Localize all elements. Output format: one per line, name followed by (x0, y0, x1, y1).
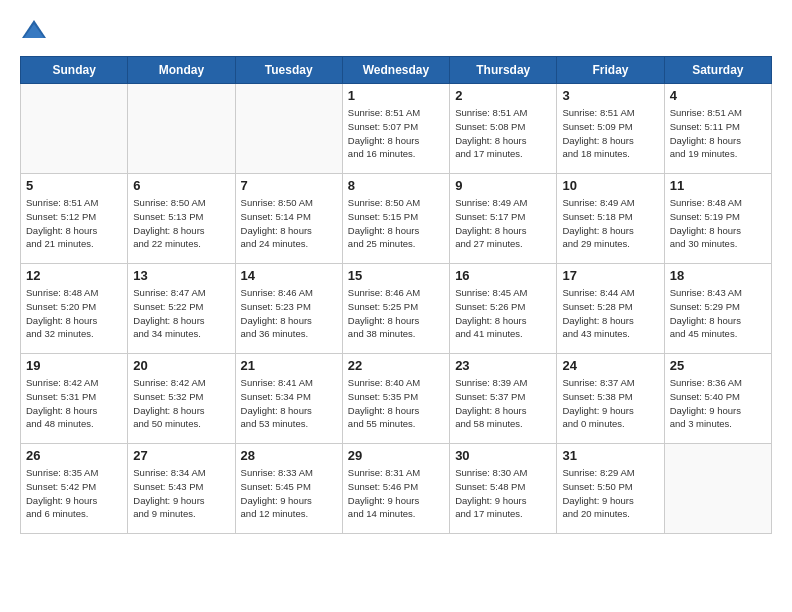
calendar-cell: 1Sunrise: 8:51 AM Sunset: 5:07 PM Daylig… (342, 84, 449, 174)
calendar-cell: 25Sunrise: 8:36 AM Sunset: 5:40 PM Dayli… (664, 354, 771, 444)
day-number: 29 (348, 448, 444, 463)
day-number: 7 (241, 178, 337, 193)
calendar-cell (128, 84, 235, 174)
cell-info: Sunrise: 8:42 AM Sunset: 5:31 PM Dayligh… (26, 376, 122, 431)
cell-info: Sunrise: 8:47 AM Sunset: 5:22 PM Dayligh… (133, 286, 229, 341)
cell-info: Sunrise: 8:49 AM Sunset: 5:18 PM Dayligh… (562, 196, 658, 251)
calendar-cell: 31Sunrise: 8:29 AM Sunset: 5:50 PM Dayli… (557, 444, 664, 534)
calendar-cell (235, 84, 342, 174)
calendar-cell: 22Sunrise: 8:40 AM Sunset: 5:35 PM Dayli… (342, 354, 449, 444)
cell-info: Sunrise: 8:29 AM Sunset: 5:50 PM Dayligh… (562, 466, 658, 521)
day-number: 9 (455, 178, 551, 193)
day-header-sunday: Sunday (21, 57, 128, 84)
cell-info: Sunrise: 8:39 AM Sunset: 5:37 PM Dayligh… (455, 376, 551, 431)
day-header-wednesday: Wednesday (342, 57, 449, 84)
day-number: 11 (670, 178, 766, 193)
calendar-cell: 12Sunrise: 8:48 AM Sunset: 5:20 PM Dayli… (21, 264, 128, 354)
calendar-cell: 4Sunrise: 8:51 AM Sunset: 5:11 PM Daylig… (664, 84, 771, 174)
day-header-thursday: Thursday (450, 57, 557, 84)
calendar-cell: 7Sunrise: 8:50 AM Sunset: 5:14 PM Daylig… (235, 174, 342, 264)
cell-info: Sunrise: 8:30 AM Sunset: 5:48 PM Dayligh… (455, 466, 551, 521)
calendar-cell: 8Sunrise: 8:50 AM Sunset: 5:15 PM Daylig… (342, 174, 449, 264)
calendar-cell: 15Sunrise: 8:46 AM Sunset: 5:25 PM Dayli… (342, 264, 449, 354)
day-number: 22 (348, 358, 444, 373)
day-number: 28 (241, 448, 337, 463)
calendar-cell: 24Sunrise: 8:37 AM Sunset: 5:38 PM Dayli… (557, 354, 664, 444)
calendar-cell: 14Sunrise: 8:46 AM Sunset: 5:23 PM Dayli… (235, 264, 342, 354)
day-number: 31 (562, 448, 658, 463)
cell-info: Sunrise: 8:49 AM Sunset: 5:17 PM Dayligh… (455, 196, 551, 251)
calendar-cell: 5Sunrise: 8:51 AM Sunset: 5:12 PM Daylig… (21, 174, 128, 264)
calendar-cell: 3Sunrise: 8:51 AM Sunset: 5:09 PM Daylig… (557, 84, 664, 174)
day-number: 5 (26, 178, 122, 193)
day-number: 2 (455, 88, 551, 103)
days-header-row: SundayMondayTuesdayWednesdayThursdayFrid… (21, 57, 772, 84)
calendar-cell: 16Sunrise: 8:45 AM Sunset: 5:26 PM Dayli… (450, 264, 557, 354)
calendar-cell: 19Sunrise: 8:42 AM Sunset: 5:31 PM Dayli… (21, 354, 128, 444)
cell-info: Sunrise: 8:51 AM Sunset: 5:11 PM Dayligh… (670, 106, 766, 161)
calendar-cell: 20Sunrise: 8:42 AM Sunset: 5:32 PM Dayli… (128, 354, 235, 444)
day-number: 14 (241, 268, 337, 283)
cell-info: Sunrise: 8:44 AM Sunset: 5:28 PM Dayligh… (562, 286, 658, 341)
calendar-table: SundayMondayTuesdayWednesdayThursdayFrid… (20, 56, 772, 534)
calendar-header: SundayMondayTuesdayWednesdayThursdayFrid… (21, 57, 772, 84)
calendar-week-row: 26Sunrise: 8:35 AM Sunset: 5:42 PM Dayli… (21, 444, 772, 534)
cell-info: Sunrise: 8:51 AM Sunset: 5:12 PM Dayligh… (26, 196, 122, 251)
calendar-cell: 18Sunrise: 8:43 AM Sunset: 5:29 PM Dayli… (664, 264, 771, 354)
cell-info: Sunrise: 8:46 AM Sunset: 5:25 PM Dayligh… (348, 286, 444, 341)
calendar-cell: 6Sunrise: 8:50 AM Sunset: 5:13 PM Daylig… (128, 174, 235, 264)
calendar-body: 1Sunrise: 8:51 AM Sunset: 5:07 PM Daylig… (21, 84, 772, 534)
day-number: 16 (455, 268, 551, 283)
day-header-friday: Friday (557, 57, 664, 84)
calendar-cell: 21Sunrise: 8:41 AM Sunset: 5:34 PM Dayli… (235, 354, 342, 444)
cell-info: Sunrise: 8:51 AM Sunset: 5:07 PM Dayligh… (348, 106, 444, 161)
cell-info: Sunrise: 8:31 AM Sunset: 5:46 PM Dayligh… (348, 466, 444, 521)
cell-info: Sunrise: 8:34 AM Sunset: 5:43 PM Dayligh… (133, 466, 229, 521)
cell-info: Sunrise: 8:45 AM Sunset: 5:26 PM Dayligh… (455, 286, 551, 341)
day-number: 12 (26, 268, 122, 283)
calendar-cell: 17Sunrise: 8:44 AM Sunset: 5:28 PM Dayli… (557, 264, 664, 354)
day-number: 17 (562, 268, 658, 283)
cell-info: Sunrise: 8:50 AM Sunset: 5:15 PM Dayligh… (348, 196, 444, 251)
calendar-cell (21, 84, 128, 174)
day-number: 10 (562, 178, 658, 193)
calendar-week-row: 1Sunrise: 8:51 AM Sunset: 5:07 PM Daylig… (21, 84, 772, 174)
day-number: 23 (455, 358, 551, 373)
calendar-cell: 9Sunrise: 8:49 AM Sunset: 5:17 PM Daylig… (450, 174, 557, 264)
day-header-monday: Monday (128, 57, 235, 84)
calendar-week-row: 5Sunrise: 8:51 AM Sunset: 5:12 PM Daylig… (21, 174, 772, 264)
cell-info: Sunrise: 8:48 AM Sunset: 5:19 PM Dayligh… (670, 196, 766, 251)
calendar-cell: 23Sunrise: 8:39 AM Sunset: 5:37 PM Dayli… (450, 354, 557, 444)
logo (20, 16, 52, 44)
cell-info: Sunrise: 8:51 AM Sunset: 5:09 PM Dayligh… (562, 106, 658, 161)
cell-info: Sunrise: 8:37 AM Sunset: 5:38 PM Dayligh… (562, 376, 658, 431)
day-number: 6 (133, 178, 229, 193)
calendar-cell: 28Sunrise: 8:33 AM Sunset: 5:45 PM Dayli… (235, 444, 342, 534)
calendar-week-row: 19Sunrise: 8:42 AM Sunset: 5:31 PM Dayli… (21, 354, 772, 444)
day-number: 18 (670, 268, 766, 283)
cell-info: Sunrise: 8:51 AM Sunset: 5:08 PM Dayligh… (455, 106, 551, 161)
calendar-week-row: 12Sunrise: 8:48 AM Sunset: 5:20 PM Dayli… (21, 264, 772, 354)
day-number: 26 (26, 448, 122, 463)
day-number: 20 (133, 358, 229, 373)
day-number: 15 (348, 268, 444, 283)
day-number: 8 (348, 178, 444, 193)
cell-info: Sunrise: 8:36 AM Sunset: 5:40 PM Dayligh… (670, 376, 766, 431)
cell-info: Sunrise: 8:40 AM Sunset: 5:35 PM Dayligh… (348, 376, 444, 431)
logo-icon (20, 16, 48, 44)
day-number: 21 (241, 358, 337, 373)
calendar-cell: 13Sunrise: 8:47 AM Sunset: 5:22 PM Dayli… (128, 264, 235, 354)
cell-info: Sunrise: 8:42 AM Sunset: 5:32 PM Dayligh… (133, 376, 229, 431)
calendar-cell: 10Sunrise: 8:49 AM Sunset: 5:18 PM Dayli… (557, 174, 664, 264)
cell-info: Sunrise: 8:46 AM Sunset: 5:23 PM Dayligh… (241, 286, 337, 341)
calendar-cell (664, 444, 771, 534)
day-number: 4 (670, 88, 766, 103)
day-number: 19 (26, 358, 122, 373)
cell-info: Sunrise: 8:43 AM Sunset: 5:29 PM Dayligh… (670, 286, 766, 341)
day-number: 25 (670, 358, 766, 373)
page-header (20, 16, 772, 44)
day-header-saturday: Saturday (664, 57, 771, 84)
calendar-cell: 2Sunrise: 8:51 AM Sunset: 5:08 PM Daylig… (450, 84, 557, 174)
day-number: 1 (348, 88, 444, 103)
calendar-cell: 29Sunrise: 8:31 AM Sunset: 5:46 PM Dayli… (342, 444, 449, 534)
